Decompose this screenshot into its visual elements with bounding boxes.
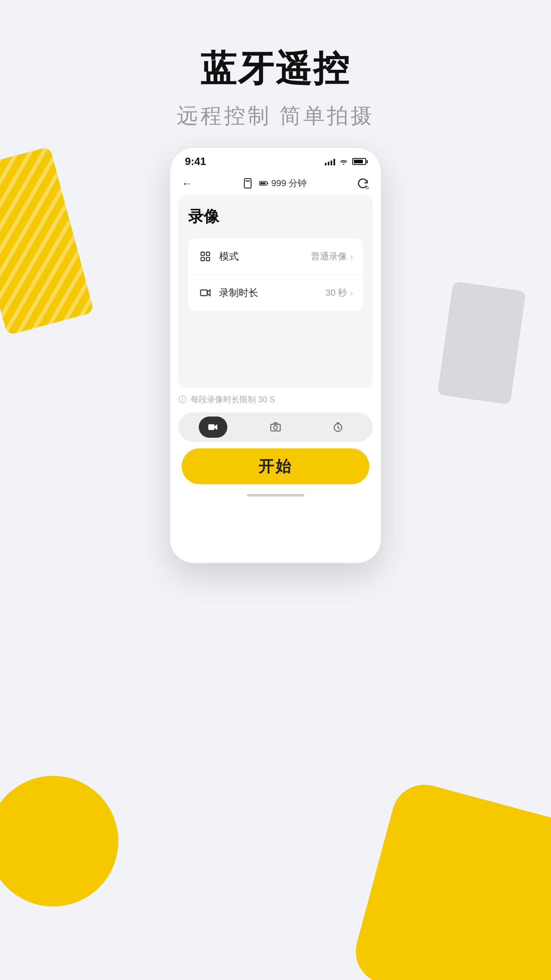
- start-button-label: 开始: [258, 456, 293, 477]
- bottom-tabs: [178, 412, 373, 442]
- mode-setting-item[interactable]: 模式 普通录像 ›: [188, 238, 363, 275]
- svg-rect-0: [244, 178, 251, 188]
- main-title: 蓝牙遥控: [0, 49, 551, 89]
- svg-rect-5: [267, 183, 268, 184]
- battery-minutes: 999 分钟: [271, 177, 307, 189]
- app-bar-center: 999 分钟: [242, 177, 307, 189]
- duration-setting-item[interactable]: 录制时长 30 秒 ›: [188, 275, 363, 311]
- mode-value: 普通录像: [311, 250, 347, 263]
- duration-value: 30 秒: [326, 287, 347, 299]
- wifi-icon: [339, 158, 348, 165]
- svg-rect-12: [200, 290, 207, 296]
- device-icon: [242, 178, 253, 189]
- svg-rect-13: [208, 424, 214, 430]
- mode-label: 模式: [219, 250, 311, 263]
- svg-rect-6: [260, 182, 265, 185]
- svg-rect-8: [201, 252, 204, 256]
- settings-list: 模式 普通录像 › 录制时长: [188, 238, 363, 311]
- info-icon: ⓘ: [178, 394, 187, 405]
- bg-decoration-left: [0, 147, 94, 336]
- battery-status: 999 分钟: [259, 177, 307, 189]
- settings-section: 录像 模式: [178, 195, 373, 388]
- signal-bars-icon: [325, 158, 335, 165]
- tab-timer[interactable]: [324, 416, 352, 438]
- video-icon: [198, 285, 213, 300]
- refresh-icon[interactable]: [356, 177, 369, 190]
- info-row: ⓘ 每段录像时长限制 30 S: [178, 394, 373, 405]
- header-section: 蓝牙遥控 远程控制 简单拍摄: [0, 49, 551, 130]
- svg-point-15: [273, 426, 277, 430]
- bg-decoration-bottom-left: [0, 776, 118, 906]
- bg-decoration-right: [437, 281, 526, 405]
- status-bar: 9:41: [170, 148, 381, 172]
- tab-photo[interactable]: [261, 416, 290, 438]
- battery-icon: [352, 158, 366, 165]
- grid-icon: [198, 249, 213, 264]
- info-text: 每段录像时长限制 30 S: [191, 394, 275, 405]
- content-spacer: [188, 311, 363, 376]
- battery-small-icon: [259, 180, 268, 187]
- app-bar: ←: [170, 172, 381, 195]
- tab-video[interactable]: [199, 416, 227, 438]
- status-time: 9:41: [185, 155, 206, 168]
- content-area: 录像 模式: [170, 195, 381, 563]
- duration-chevron-icon: ›: [350, 288, 353, 298]
- home-indicator: [247, 494, 304, 497]
- svg-rect-10: [201, 257, 204, 261]
- section-title: 录像: [188, 206, 363, 227]
- bg-decoration-bottom-right: [349, 777, 551, 980]
- status-icons: [325, 158, 366, 165]
- phone-frame: 9:41: [169, 147, 382, 564]
- mode-chevron-icon: ›: [350, 252, 353, 261]
- svg-rect-11: [206, 257, 209, 261]
- sub-title: 远程控制 简单拍摄: [0, 102, 551, 130]
- back-button[interactable]: ←: [182, 177, 192, 190]
- phone-mockup: 9:41: [169, 147, 382, 564]
- start-button[interactable]: 开始: [182, 448, 369, 484]
- duration-label: 录制时长: [219, 286, 326, 299]
- svg-rect-9: [206, 252, 209, 256]
